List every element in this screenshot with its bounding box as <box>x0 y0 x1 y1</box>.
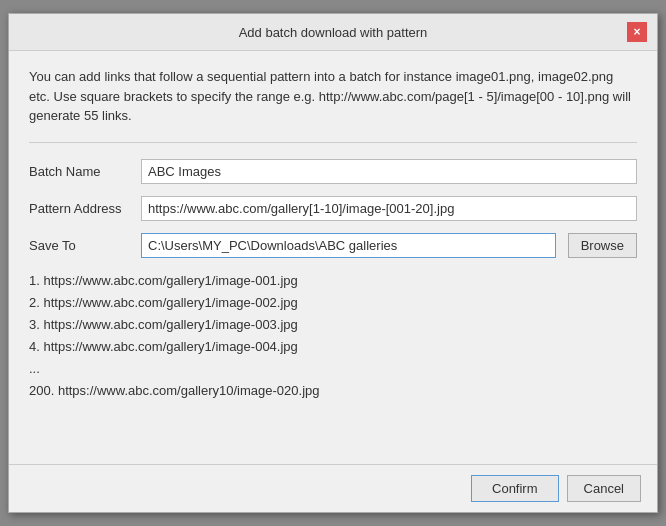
list-item: 2. https://www.abc.com/gallery1/image-00… <box>29 292 637 314</box>
cancel-button[interactable]: Cancel <box>567 475 641 502</box>
preview-list: 1. https://www.abc.com/gallery1/image-00… <box>29 270 637 449</box>
footer: Confirm Cancel <box>9 464 657 512</box>
list-item: 4. https://www.abc.com/gallery1/image-00… <box>29 336 637 358</box>
dialog: Add batch download with pattern × You ca… <box>8 13 658 513</box>
list-item: 1. https://www.abc.com/gallery1/image-00… <box>29 270 637 292</box>
description-text: You can add links that follow a sequenti… <box>29 67 637 126</box>
dialog-title: Add batch download with pattern <box>39 25 627 40</box>
save-to-label: Save To <box>29 238 129 253</box>
confirm-button[interactable]: Confirm <box>471 475 559 502</box>
save-to-input[interactable] <box>141 233 556 258</box>
dialog-content: You can add links that follow a sequenti… <box>9 51 657 464</box>
list-item: 200. https://www.abc.com/gallery10/image… <box>29 380 637 402</box>
list-item: 3. https://www.abc.com/gallery1/image-00… <box>29 314 637 336</box>
save-to-row: Save To Browse <box>29 233 637 258</box>
batch-name-label: Batch Name <box>29 164 129 179</box>
browse-button[interactable]: Browse <box>568 233 637 258</box>
pattern-address-label: Pattern Address <box>29 201 129 216</box>
close-button[interactable]: × <box>627 22 647 42</box>
pattern-address-row: Pattern Address <box>29 196 637 221</box>
list-item: ... <box>29 358 637 380</box>
title-bar: Add batch download with pattern × <box>9 14 657 51</box>
batch-name-row: Batch Name <box>29 159 637 184</box>
divider-1 <box>29 142 637 143</box>
batch-name-input[interactable] <box>141 159 637 184</box>
pattern-address-input[interactable] <box>141 196 637 221</box>
